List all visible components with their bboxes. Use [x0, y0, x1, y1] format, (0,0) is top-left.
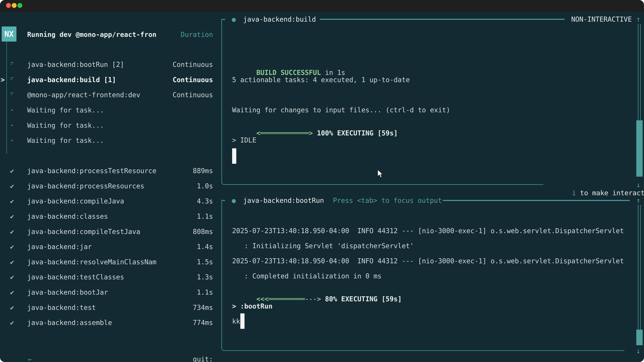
task-duration: Continuous	[172, 76, 213, 84]
task-status-icon: ·	[8, 136, 16, 144]
task-name: java-backend:bootJar	[27, 288, 108, 296]
top-scrollbar-track[interactable]	[638, 24, 641, 120]
terminal-cursor	[240, 313, 244, 329]
task-row[interactable]: ✔ java-backend:testClasses 1.3s	[0, 270, 218, 285]
build-successful-text: BUILD SUCCESSFUL	[256, 69, 321, 76]
scroll-up-icon[interactable]: ↑	[633, 196, 643, 204]
build-output-pane[interactable]	[221, 19, 544, 185]
progress-bar-done: <<<═════════	[256, 295, 305, 303]
task-duration: 1.5s	[197, 258, 213, 266]
task-name: java-backend:testClasses	[27, 273, 124, 281]
minimize-button[interactable]	[12, 3, 16, 8]
task-status-icon: ⠋	[8, 60, 16, 68]
scroll-up-icon[interactable]: ↑	[633, 15, 643, 23]
task-name: @mono-app/react-frontend:dev	[27, 91, 140, 99]
task-row[interactable]: ✔ java-backend:resolveMainClassNam 1.5s	[0, 254, 218, 270]
task-row[interactable]: ✔ java-backend:classes 1.1s	[0, 209, 218, 224]
task-status-icon: ⠋	[8, 91, 16, 99]
task-row[interactable]: · Waiting for task...	[0, 103, 218, 118]
task-name: java-backend:processResources	[27, 182, 144, 190]
task-name: Waiting for task...	[27, 121, 104, 129]
interactive-hint-text: to make interactive	[580, 189, 644, 197]
task-name: Waiting for task...	[27, 106, 104, 114]
task-name: java-backend:test	[27, 304, 96, 312]
task-status-icon: ⠋	[8, 76, 16, 84]
idle-line: > IDLE	[232, 136, 256, 144]
log-line: : Initializing Servlet 'dispatcherServle…	[232, 242, 414, 250]
pane-bullet-icon: ●	[232, 196, 236, 204]
task-status-icon: ✔	[8, 228, 16, 236]
mouse-pointer-icon	[377, 169, 384, 180]
pane-border-stub	[221, 19, 225, 20]
task-status-icon: ✔	[8, 288, 16, 296]
task-duration: 734ms	[193, 304, 213, 312]
task-status-icon: ✔	[8, 304, 16, 312]
task-status-icon: ✔	[8, 212, 16, 220]
maximize-button[interactable]	[18, 3, 22, 8]
task-status-icon: ✔	[8, 167, 16, 175]
task-row[interactable]: ✔ java-backend:assemble 774ms	[0, 315, 218, 330]
top-scrollbar-thumb[interactable]	[636, 120, 643, 177]
task-row[interactable]: ⠋ @mono-app/react-frontend:dev Continuou…	[0, 87, 218, 103]
bottom-scrollbar-thumb[interactable]	[636, 330, 643, 345]
bottom-pane-title: java-backend:bootRun	[243, 196, 324, 204]
titlebar	[0, 0, 644, 12]
task-row[interactable]: ✔ java-backend:compileJava 4.3s	[0, 194, 218, 209]
task-row[interactable]: · Waiting for task...	[0, 133, 218, 148]
prompt-line: > :bootRun	[232, 302, 272, 310]
task-status-icon: ✔	[8, 182, 16, 190]
task-row[interactable]: ✔ java-backend:compileTestJava 808ms	[0, 224, 218, 239]
task-row[interactable]: ✔ java-backend:processResources 1.0s	[0, 178, 218, 194]
task-status-icon: ·	[8, 121, 16, 129]
progress-bar-rest: --->	[305, 295, 321, 303]
task-name: java-backend:build [1]	[27, 76, 116, 84]
terminal-window: NX Running dev @mono-app/react-fron Dura…	[0, 0, 644, 362]
task-status-icon: ✔	[8, 319, 16, 327]
task-status-icon: ✔	[8, 273, 16, 281]
completed-task-list: ✔ java-backend:processTestResource 889ms…	[0, 163, 218, 330]
task-row[interactable]: ✔ java-backend:processTestResource 889ms	[0, 163, 218, 178]
focus-output-hint: Press <tab> to focus output	[333, 196, 442, 204]
duration-column-header: Duration	[0, 30, 213, 38]
task-name: java-backend:classes	[27, 212, 108, 220]
task-status-icon: ·	[8, 106, 16, 114]
task-status-icon: ✔	[8, 243, 16, 251]
task-duration: 1.3s	[197, 273, 213, 281]
progress-label: 100% EXECUTING [59s]	[317, 129, 398, 137]
task-duration: 1.1s	[197, 288, 213, 296]
task-row[interactable]: ✔ java-backend:bootJar 1.1s	[0, 285, 218, 300]
terminal-content: NX Running dev @mono-app/react-fron Dura…	[0, 12, 644, 362]
task-row[interactable]: ⠋ java-backend:bootRun [2] Continuous	[0, 57, 218, 72]
scroll-down-icon[interactable]: ↓	[633, 181, 643, 189]
terminal-cursor	[232, 148, 236, 164]
bottom-scrollbar-track[interactable]	[638, 205, 641, 330]
selected-row-arrow-icon: >	[1, 76, 6, 84]
task-duration: 4.3s	[197, 197, 213, 205]
task-duration: 774ms	[193, 319, 213, 327]
quit-label: quit:	[193, 355, 213, 362]
running-task-list: ⠋ java-backend:bootRun [2] Continuous > …	[0, 57, 218, 148]
progress-bar: <════════════>	[256, 129, 313, 137]
pane-bullet-icon: ●	[232, 15, 236, 23]
log-line: : Completed initialization in 0 ms	[232, 272, 382, 280]
task-name: java-backend:jar	[27, 243, 92, 251]
task-name: java-backend:resolveMainClassNam	[27, 258, 156, 266]
task-row[interactable]: ✔ java-backend:test 734ms	[0, 300, 218, 315]
bottom-pane-header-rule	[443, 200, 630, 201]
pane-border-stub	[221, 200, 225, 201]
task-row[interactable]: ✔ java-backend:jar 1.4s	[0, 239, 218, 254]
build-time-text: in 1s	[321, 69, 345, 76]
task-name: java-backend:compileTestJava	[27, 228, 140, 236]
task-row[interactable]: · Waiting for task...	[0, 118, 218, 133]
tasks-summary-line: 5 actionable tasks: 4 executed, 1 up-to-…	[232, 76, 410, 84]
scroll-down-icon[interactable]: ↓	[633, 347, 643, 355]
typed-input[interactable]: kk	[232, 317, 240, 325]
task-duration: 1.0s	[197, 182, 213, 190]
task-name: java-backend:processTestResource	[27, 167, 156, 175]
task-status-icon: ✔	[8, 258, 16, 266]
close-button[interactable]	[6, 3, 11, 8]
progress-label: 80% EXECUTING [59s]	[325, 295, 402, 303]
task-name: java-backend:bootRun [2]	[27, 60, 124, 68]
task-row[interactable]: > ⠋ java-backend:build [1] Continuous	[0, 72, 218, 87]
gradle-progress-line: <════════════>100% EXECUTING [59s]	[232, 121, 398, 145]
